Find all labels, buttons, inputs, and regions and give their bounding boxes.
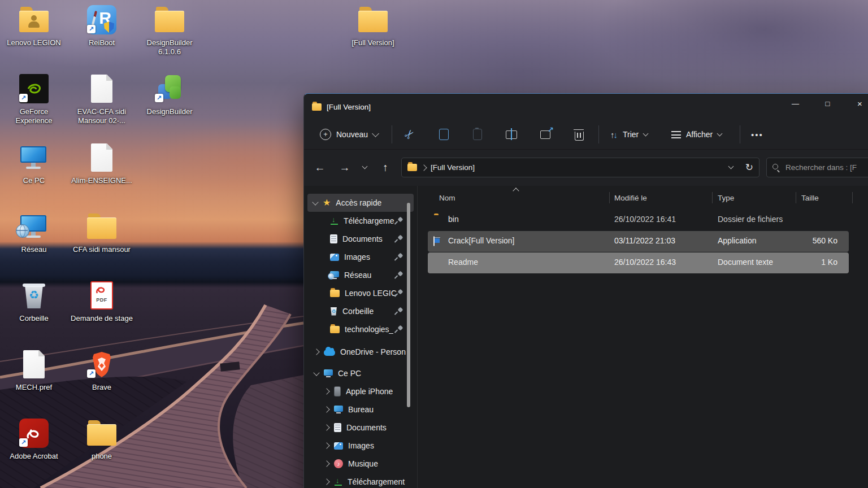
- share-icon: [540, 130, 550, 139]
- sidebar-item-ce-pc[interactable]: Ce PC: [307, 364, 414, 382]
- refresh-icon[interactable]: [745, 162, 753, 173]
- pin-icon[interactable]: [395, 217, 402, 225]
- sidebar-item-apple-iphone[interactable]: Apple iPhone: [307, 382, 414, 400]
- sidebar-item-technologies[interactable]: technologies_: [307, 320, 414, 338]
- view-button[interactable]: Afficher: [667, 124, 726, 145]
- pin-icon[interactable]: [395, 272, 402, 279]
- column-divider[interactable]: [609, 192, 610, 203]
- sidebar-item-reseau[interactable]: Réseau: [307, 266, 414, 284]
- file-size: 1 Ko: [778, 258, 837, 267]
- sidebar-scrollbar[interactable]: [407, 203, 410, 407]
- column-divider[interactable]: [712, 192, 713, 203]
- column-header-modified[interactable]: Modifié le: [614, 194, 647, 202]
- expander-chevron-icon[interactable]: [323, 406, 329, 412]
- file-row-bin[interactable]: bin 26/10/2022 16:41 Dossier de fichiers: [428, 210, 849, 230]
- sidebar-item-telechargements[interactable]: Téléchargeme: [307, 212, 414, 230]
- desktop-icon-full-version[interactable]: [Full Version]: [339, 1, 407, 70]
- paste-button[interactable]: [465, 124, 490, 145]
- back-button[interactable]: ←: [310, 158, 330, 177]
- up-button[interactable]: ↑: [375, 158, 396, 177]
- rename-button[interactable]: [499, 124, 524, 145]
- desktop-icon-label: Demande de stage: [71, 314, 133, 323]
- search-box[interactable]: Rechercher dans : [F: [766, 158, 868, 177]
- desktop-icon-reseau[interactable]: Réseau: [0, 208, 68, 277]
- new-button[interactable]: Nouveau: [313, 124, 385, 145]
- cut-button[interactable]: [397, 124, 422, 145]
- expander-chevron-icon[interactable]: [323, 424, 329, 430]
- desktop-icon-lenovo-legion[interactable]: Lenovo LEGION: [0, 1, 68, 70]
- desktop-icon-designbuilder-app[interactable]: DesignBuilder: [136, 70, 203, 139]
- desktop-icon-label: Corbeille: [19, 314, 48, 323]
- column-header-name[interactable]: Nom: [439, 194, 455, 202]
- file-row-crack[interactable]: Crack[Full Version] 03/11/2022 21:03 App…: [428, 231, 849, 252]
- sidebar-item-onedrive[interactable]: OneDrive - Person: [307, 343, 414, 361]
- delete-button[interactable]: [567, 124, 592, 145]
- download-icon: [330, 216, 338, 225]
- expander-chevron-icon[interactable]: [323, 460, 329, 467]
- desktop-icon-cfa-sidi-mansour[interactable]: CFA sidi mansour: [68, 208, 136, 277]
- pin-icon[interactable]: [395, 290, 402, 297]
- column-header-type[interactable]: Type: [718, 194, 734, 202]
- globe-icon: [328, 273, 335, 280]
- desktop-icon-designbuilder-folder[interactable]: DesignBuilder 6.1.0.6: [136, 1, 203, 70]
- pin-icon[interactable]: [395, 236, 402, 243]
- desktop-icon-label: DesignBuilder 6.1.0.6: [138, 38, 201, 56]
- minimize-button[interactable]: —: [779, 94, 811, 113]
- recent-locations-button[interactable]: [357, 158, 372, 177]
- maximize-button[interactable]: □: [811, 94, 844, 113]
- sidebar-item-documents-pc[interactable]: Documents: [307, 419, 414, 437]
- window-controls: — □ ×: [779, 94, 868, 113]
- sidebar-item-images-quick[interactable]: Images: [307, 248, 414, 266]
- sidebar-item-bureau[interactable]: Bureau: [307, 400, 414, 419]
- breadcrumb[interactable]: [Full Version]: [431, 163, 475, 172]
- column-divider[interactable]: [796, 192, 796, 203]
- file-type: Application: [718, 236, 757, 245]
- desktop-icon-geforce[interactable]: GeForce Experience: [0, 70, 68, 139]
- expander-chevron-icon[interactable]: [323, 388, 329, 394]
- expander-chevron-icon[interactable]: [312, 199, 318, 205]
- close-button[interactable]: ×: [844, 94, 868, 113]
- desktop-icon-label: Brave: [92, 383, 111, 392]
- sort-button[interactable]: Trier: [606, 124, 652, 145]
- address-dropdown-icon[interactable]: [728, 164, 734, 169]
- expander-chevron-icon[interactable]: [313, 348, 319, 355]
- document-icon: [19, 349, 49, 380]
- trash-icon: [575, 132, 584, 141]
- file-row-readme[interactable]: Readme 26/10/2022 16:43 Document texte 1…: [428, 252, 849, 273]
- desktop-icon-corbeille[interactable]: Corbeille: [0, 277, 68, 346]
- column-header-size[interactable]: Taille: [801, 194, 819, 202]
- desktop-icon-mech-pref[interactable]: MECH.pref: [0, 346, 68, 415]
- desktop-icon-label: [Full Version]: [351, 38, 394, 47]
- address-bar[interactable]: [Full Version]: [401, 158, 760, 177]
- copy-button[interactable]: [431, 124, 456, 145]
- recycle-bin-icon: [19, 280, 49, 311]
- desktop-icon-evac-cfa[interactable]: EVAC-CFA sidi Mansour 02-...: [68, 70, 136, 139]
- desktop-icon-ce-pc[interactable]: Ce PC: [0, 139, 68, 208]
- folder-icon: [358, 5, 388, 35]
- forward-button[interactable]: →: [335, 158, 355, 177]
- expander-chevron-icon[interactable]: [313, 369, 319, 376]
- title-bar[interactable]: [Full Version] — □ ×: [304, 94, 868, 120]
- expander-chevron-icon[interactable]: [323, 478, 329, 485]
- desktop-icon-demande-de-stage[interactable]: PDF Demande de stage: [68, 277, 136, 346]
- sidebar-item-images-pc[interactable]: Images: [307, 437, 414, 455]
- file-size: 560 Ko: [778, 236, 837, 245]
- desktop-icon-brave[interactable]: Brave: [68, 346, 136, 415]
- more-options-button[interactable]: •••: [745, 124, 770, 145]
- desktop-icon-adobe-acrobat[interactable]: Adobe Acrobat: [0, 415, 68, 483]
- sidebar-item-documents-quick[interactable]: Documents: [307, 230, 414, 248]
- desktop-icon-reiboot[interactable]: ReiBoot: [68, 1, 136, 70]
- share-button[interactable]: [533, 124, 558, 145]
- desktop-icon-alim-enseigne[interactable]: Alim-ENSEIGNE...: [68, 139, 136, 208]
- sidebar-item-lenovo-legion[interactable]: Lenovo LEGIC: [307, 284, 414, 302]
- pin-icon[interactable]: [395, 308, 402, 315]
- sidebar-item-musique[interactable]: Musique: [307, 455, 414, 473]
- desktop-icon-phone[interactable]: phone: [68, 415, 136, 483]
- expander-chevron-icon[interactable]: [323, 442, 329, 448]
- sidebar-item-quick-access[interactable]: Accès rapide: [307, 194, 414, 212]
- pin-icon[interactable]: [395, 326, 402, 333]
- pin-icon[interactable]: [395, 254, 402, 261]
- sidebar-item-telechargements-pc[interactable]: Téléchargement:: [307, 473, 414, 488]
- sidebar-item-corbeille[interactable]: Corbeille: [307, 302, 414, 320]
- column-divider[interactable]: [852, 192, 853, 203]
